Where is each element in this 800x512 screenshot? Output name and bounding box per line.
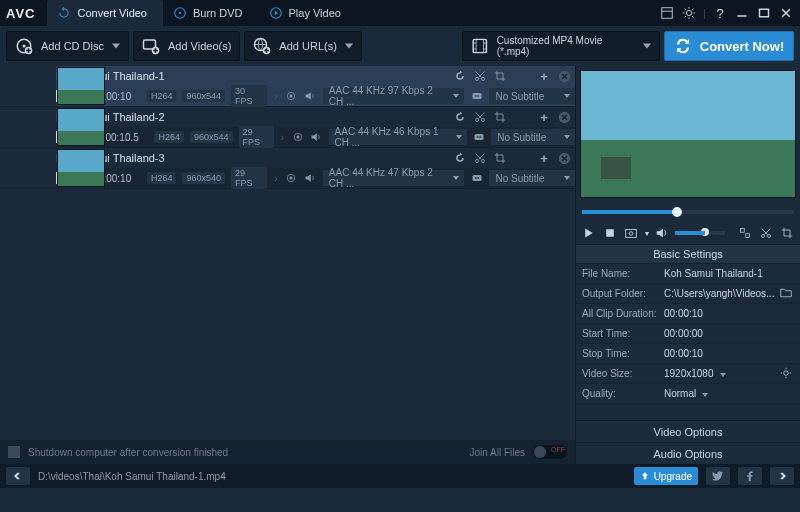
file-row[interactable]: Koh Samui Thailand-1+✓00:00:10H264960x54… xyxy=(0,66,575,107)
cut-icon[interactable] xyxy=(473,110,487,124)
play-icon xyxy=(269,6,283,20)
svg-point-33 xyxy=(480,136,482,138)
remove-icon[interactable] xyxy=(557,69,571,83)
filename-value[interactable]: Koh Samui Thailand-1 xyxy=(664,268,794,279)
svg-point-39 xyxy=(290,177,293,180)
refresh-icon xyxy=(57,6,71,20)
maximize-icon[interactable] xyxy=(756,5,772,21)
close-icon[interactable] xyxy=(778,5,794,21)
subtitle-select[interactable]: No Subtitle xyxy=(489,88,575,104)
seek-bar[interactable] xyxy=(582,204,794,220)
file-row[interactable]: Koh Samui Thailand-3+✓00:00:10H264960x54… xyxy=(0,148,575,189)
title-bar: AVC Convert Video Burn DVD Play Video | … xyxy=(0,0,800,26)
status-bar: D:\videos\Thai\Koh Samui Thailand-1.mp4 … xyxy=(0,464,800,488)
tab-burn-dvd[interactable]: Burn DVD xyxy=(163,0,259,26)
refresh-icon[interactable] xyxy=(453,151,467,165)
audio-options-button[interactable]: Audio Options xyxy=(576,442,800,464)
audio-icon xyxy=(304,171,317,185)
vcodec-value: H264 xyxy=(147,90,177,102)
vfps-value: 29 FPS xyxy=(231,167,267,189)
add-cd-disc-button[interactable]: Add CD Disc xyxy=(6,31,129,61)
quality-label: Quality: xyxy=(582,388,664,399)
tab-convert-video[interactable]: Convert Video xyxy=(47,0,163,26)
volume-slider[interactable] xyxy=(675,231,725,235)
snapshot-button[interactable] xyxy=(624,225,639,241)
stop-time-label: Stop Time: xyxy=(582,348,664,359)
svg-point-24 xyxy=(476,119,479,122)
list-footer: Shutdown computer after conversion finis… xyxy=(0,440,575,464)
file-list: Koh Samui Thailand-1+✓00:00:10H264960x54… xyxy=(0,66,575,440)
shutdown-checkbox[interactable] xyxy=(8,446,20,458)
twitter-icon[interactable] xyxy=(706,467,730,485)
crop-icon[interactable] xyxy=(493,69,507,83)
join-all-toggle[interactable] xyxy=(533,445,567,459)
refresh-icon[interactable] xyxy=(453,69,467,83)
add-videos-button[interactable]: Add Video(s) xyxy=(133,31,240,61)
svg-point-35 xyxy=(482,160,485,163)
crop-icon[interactable] xyxy=(493,110,507,124)
player-controls: ▾ xyxy=(576,222,800,244)
minimize-icon[interactable] xyxy=(734,5,750,21)
add-icon[interactable]: + xyxy=(537,151,551,165)
menu-icon[interactable] xyxy=(659,5,675,21)
file-row[interactable]: Koh Samui Thailand-2+✓00:00:10.5H264960x… xyxy=(0,107,575,148)
facebook-icon[interactable] xyxy=(738,467,762,485)
volume-icon[interactable] xyxy=(655,225,670,241)
browse-folder-icon[interactable] xyxy=(780,287,794,301)
output-profile-select[interactable]: Customized MP4 Movie (*.mp4) xyxy=(462,31,660,61)
button-label: Add CD Disc xyxy=(41,40,104,52)
video-size-select[interactable]: 1920x1080 xyxy=(664,368,780,379)
add-icon[interactable]: + xyxy=(537,110,551,124)
crop-icon[interactable] xyxy=(779,225,794,241)
tab-play-video[interactable]: Play Video xyxy=(259,0,357,26)
output-folder-label: Output Folder: xyxy=(582,288,664,299)
toolbar: Add CD Disc Add Video(s) Add URL(s) Cust… xyxy=(0,26,800,66)
stop-time-value[interactable]: 00:00:10 xyxy=(664,348,794,359)
subtitle-select[interactable]: No Subtitle xyxy=(491,129,575,145)
audio-track-select[interactable]: AAC 44 KHz 47 Kbps 2 CH ... xyxy=(323,170,465,186)
start-time-value[interactable]: 00:00:00 xyxy=(664,328,794,339)
crop-icon[interactable] xyxy=(493,151,507,165)
remove-icon[interactable] xyxy=(557,151,571,165)
gear-icon[interactable] xyxy=(681,5,697,21)
svg-point-49 xyxy=(761,235,764,238)
quality-select[interactable]: Normal xyxy=(664,388,794,399)
tab-label: Play Video xyxy=(289,7,341,19)
help-icon[interactable]: ? xyxy=(712,5,728,21)
upgrade-button[interactable]: Upgrade xyxy=(634,467,698,485)
audio-track-select[interactable]: AAC 44 KHz 46 Kbps 1 CH ... xyxy=(329,129,467,145)
filename-label: File Name: xyxy=(582,268,664,279)
cut-icon[interactable] xyxy=(473,69,487,83)
video-size-gear-icon[interactable] xyxy=(780,367,794,381)
refresh-icon[interactable] xyxy=(453,110,467,124)
clip-duration-value: 00:00:10 xyxy=(664,308,794,319)
audio-track-select[interactable]: AAC 44 KHz 97 Kbps 2 CH ... xyxy=(323,88,465,104)
stop-button[interactable] xyxy=(603,225,618,241)
play-button[interactable] xyxy=(582,225,597,241)
upgrade-label: Upgrade xyxy=(654,471,692,482)
subtitle-select[interactable]: No Subtitle xyxy=(489,170,575,186)
tab-label: Convert Video xyxy=(77,7,147,19)
cut-icon[interactable] xyxy=(473,151,487,165)
add-urls-button[interactable]: Add URL(s) xyxy=(244,31,361,61)
svg-point-25 xyxy=(482,119,485,122)
settings-panel: File Name:Koh Samui Thailand-1 Output Fo… xyxy=(576,264,800,404)
next-button[interactable] xyxy=(770,467,794,485)
button-label: Convert Now! xyxy=(700,39,785,54)
svg-point-34 xyxy=(476,160,479,163)
output-folder-value: C:\Users\yangh\Videos... xyxy=(664,288,780,299)
svg-point-42 xyxy=(476,177,478,179)
cut-icon[interactable] xyxy=(758,225,773,241)
effects-icon[interactable] xyxy=(285,171,298,185)
svg-point-21 xyxy=(475,95,477,97)
effects-icon[interactable] xyxy=(291,130,304,144)
video-options-button[interactable]: Video Options xyxy=(576,420,800,442)
effects-icon[interactable] xyxy=(285,89,298,103)
prev-button[interactable] xyxy=(6,467,30,485)
svg-point-41 xyxy=(475,177,477,179)
popout-icon[interactable] xyxy=(737,225,752,241)
convert-now-button[interactable]: Convert Now! xyxy=(664,31,794,61)
remove-icon[interactable] xyxy=(557,110,571,124)
add-icon[interactable]: + xyxy=(537,69,551,83)
shutdown-label: Shutdown computer after conversion finis… xyxy=(28,447,228,458)
